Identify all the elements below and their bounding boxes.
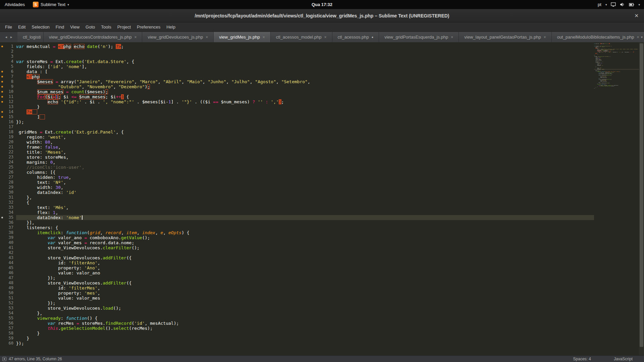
code-line-46[interactable]: value: valor_ano [16, 270, 594, 275]
code-line-24[interactable]: margins: 0, [16, 160, 594, 165]
code-line-59[interactable]: } [16, 336, 594, 341]
nav-forward-icon[interactable]: ▸ [10, 35, 12, 39]
code-line-1[interactable]: var mesActual = <?php echo date('n'); ?>… [16, 44, 594, 49]
menu-item-tools[interactable]: Tools [98, 22, 114, 32]
nav-back-icon[interactable]: ◂ [5, 35, 7, 39]
code-line-12[interactable]: echo '{"id":' . $i . ', "nome":"' . $mes… [16, 99, 594, 104]
code-area[interactable]: var mesActual = <?php echo date('n'); ?>… [16, 42, 594, 355]
menu-item-goto[interactable]: Goto [83, 22, 98, 32]
code-line-35[interactable]: dataIndex: 'nome' [16, 215, 594, 220]
code-line-38[interactable]: itemclick: function(grid, record, item, … [16, 230, 594, 235]
code-line-8[interactable]: $meses = array("Janeiro", "Fevereiro", "… [16, 79, 594, 84]
tab-close-icon[interactable]: × [637, 35, 639, 40]
code-line-9[interactable]: "Outubro", "Novembro", "Dezembro"); [16, 84, 594, 89]
code-line-36[interactable]: }], [16, 220, 594, 225]
menu-item-help[interactable]: Help [163, 22, 178, 32]
menu-item-file[interactable]: File [2, 22, 15, 32]
code-line-41[interactable]: store_ViewDevolucoes.clearFilter(); [16, 245, 594, 250]
code-line-40[interactable]: var valor_mes = record.data.nome; [16, 240, 594, 245]
code-line-37[interactable]: listeners: { [16, 225, 594, 230]
tab-close-icon[interactable]: × [451, 35, 453, 40]
display-icon[interactable] [611, 2, 616, 7]
code-line-20[interactable]: width: 80, [16, 140, 594, 145]
code-line-13[interactable]: } [16, 104, 594, 109]
code-line-25[interactable]: //iconCls:'icon-user', [16, 165, 594, 170]
code-line-31[interactable]: }, [16, 195, 594, 200]
tab-close-icon[interactable]: × [544, 35, 546, 40]
tab-overflow-icon[interactable]: ▾ [641, 32, 643, 42]
code-line-5[interactable]: fields: ['id', 'nome'], [16, 64, 594, 69]
code-line-39[interactable]: var valor_ano = comboboxAno.getValue(); [16, 235, 594, 240]
code-line-32[interactable]: { [16, 200, 594, 205]
menu-item-project[interactable]: Project [114, 22, 134, 32]
tab-close-icon[interactable]: × [263, 35, 265, 40]
code-line-14[interactable]: ?> [16, 109, 594, 114]
tab-view_gridPortasEsquerda_js.php[interactable]: view_gridPortasEsquerda_js.php× [379, 32, 459, 42]
tab-ctl_acessos.php[interactable]: ctl_acessos.php● [332, 32, 379, 42]
code-line-27[interactable]: hidden: true, [16, 175, 594, 180]
code-line-10[interactable]: $num_meses = count($meses); [16, 89, 594, 94]
tab-view_gridDevolucoes_js.php[interactable]: view_gridDevolucoes_js.php× [142, 32, 214, 42]
menu-item-selection[interactable]: Selection [29, 22, 52, 32]
status-syntax[interactable]: JavaScript [614, 357, 633, 361]
code-line-42[interactable] [16, 250, 594, 255]
volume-icon[interactable] [620, 2, 625, 7]
code-line-17[interactable] [16, 124, 594, 130]
code-line-26[interactable]: columns: [{ [16, 170, 594, 175]
code-line-28[interactable]: text: 'Nº', [16, 180, 594, 185]
code-line-18[interactable]: gridMes = Ext.create('Ext.grid.Panel', { [16, 130, 594, 135]
code-line-22[interactable]: title: 'Meses', [16, 150, 594, 155]
code-line-53[interactable]: store_ViewDevolucoes.load(); [16, 306, 594, 311]
code-line-52[interactable]: }); [16, 301, 594, 306]
code-line-60[interactable]: }); [16, 341, 594, 346]
tab-modified-icon[interactable]: ● [372, 36, 373, 39]
code-line-55[interactable]: viewready: function() { [16, 316, 594, 321]
window-close-button[interactable]: ✕ [634, 9, 639, 22]
code-line-16[interactable]: }); [16, 119, 594, 124]
code-line-29[interactable]: width: 30, [16, 185, 594, 190]
code-line-19[interactable]: region: 'west', [16, 135, 594, 140]
code-line-33[interactable]: text: 'Mês', [16, 205, 594, 210]
tab-view_gridDevolucoesControladores_js.php[interactable]: view_gridDevolucoesControladores_js.php× [44, 32, 142, 42]
battery-icon[interactable] [629, 3, 634, 7]
code-line-43[interactable]: store_ViewDevolucoes.addFilter({ [16, 255, 594, 260]
code-line-57[interactable]: this.getSelectionModel().select(recMes); [16, 326, 594, 331]
menu-item-preferences[interactable]: Preferences [134, 22, 163, 32]
code-line-48[interactable]: store_ViewDevolucoes.addFilter({ [16, 280, 594, 286]
code-line-6[interactable]: data : [ [16, 69, 594, 74]
code-line-54[interactable]: }, [16, 311, 594, 316]
code-line-49[interactable]: id: 'filterMes', [16, 286, 594, 291]
code-line-4[interactable]: var storeMes = Ext.create('Ext.data.Stor… [16, 59, 594, 64]
code-line-30[interactable]: dataIndex: 'id' [16, 190, 594, 195]
code-line-3[interactable] [16, 54, 594, 59]
tab-out_panelModuloBibliotecaItems_js.php[interactable]: out_panelModuloBibliotecaItems_js.php× [552, 32, 644, 42]
tab-view_layout_panelGestaoPortas_js.php[interactable]: view_layout_panelGestaoPortas_js.php× [459, 32, 551, 42]
code-line-21[interactable]: frame: false, [16, 145, 594, 150]
scrollbar-thumb[interactable] [640, 43, 643, 347]
keyboard-layout-indicator[interactable]: pt [598, 2, 601, 7]
status-indent-setting[interactable]: Spaces: 4 [573, 357, 591, 361]
activities-button[interactable]: Atividades [0, 0, 30, 9]
clock[interactable]: Qua 17:32 [312, 2, 332, 7]
code-line-47[interactable]: }); [16, 275, 594, 280]
menu-item-find[interactable]: Find [53, 22, 67, 32]
code-line-56[interactable]: var recMes = storeMes.findRecord('id', m… [16, 321, 594, 326]
code-line-11[interactable]: for($i=1; $i <= $num_meses; $i++) { [16, 94, 594, 99]
menu-item-view[interactable]: View [67, 22, 83, 32]
app-menu[interactable]: S Sublime Text ▾ [30, 0, 72, 9]
code-line-23[interactable]: store: storeMes, [16, 155, 594, 160]
menu-item-edit[interactable]: Edit [15, 22, 29, 32]
code-line-7[interactable]: <?php [16, 74, 594, 79]
tab-ctl_acessos_model.php[interactable]: ctl_acessos_model.php× [271, 32, 332, 42]
tab-view_gridMes_js.php[interactable]: view_gridMes_js.php× [214, 32, 270, 42]
code-line-2[interactable] [16, 49, 594, 54]
minimap[interactable]: var mesActual = <?php echo date('n'); ?>… [594, 42, 639, 355]
chevron-down-icon[interactable]: ▾ [638, 3, 640, 6]
tab-close-icon[interactable]: × [324, 35, 327, 40]
code-line-51[interactable]: value: valor_mes [16, 296, 594, 301]
code-line-34[interactable]: flex: 1, [16, 210, 594, 215]
code-line-44[interactable]: id: 'filterAno', [16, 260, 594, 265]
code-line-45[interactable]: property: 'Ano', [16, 265, 594, 270]
tab-close-icon[interactable]: × [134, 35, 137, 40]
window-title-bar[interactable]: /mnt/projectos/fcp/layout/admin/default/… [0, 9, 644, 22]
